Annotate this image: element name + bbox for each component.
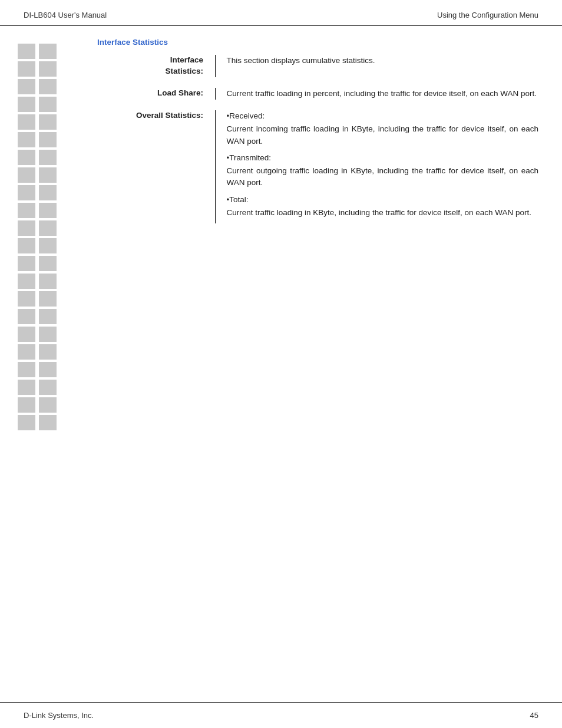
- page-footer: D-Link Systems, Inc. 45: [0, 702, 562, 728]
- sidebar-row: [18, 274, 91, 289]
- footer-right: 45: [530, 711, 538, 720]
- sidebar-row: [18, 415, 91, 430]
- content-area: Interface Statistics InterfaceStatistics…: [91, 38, 562, 433]
- term-interface-statistics: InterfaceStatistics:: [97, 55, 215, 77]
- gray-block: [39, 61, 57, 77]
- gray-block: [39, 167, 57, 183]
- sidebar-row: [18, 150, 91, 165]
- gray-block: [18, 97, 35, 112]
- gray-block: [18, 291, 35, 307]
- gray-block: [18, 185, 35, 200]
- bullet-transmited-label: •Transmited:: [227, 152, 539, 164]
- gray-block: [18, 380, 35, 395]
- gray-block: [18, 397, 35, 413]
- sidebar-row: [18, 114, 91, 130]
- sidebar-row: [18, 380, 91, 395]
- sidebar-row: [18, 79, 91, 94]
- definition-table: InterfaceStatistics: This section displa…: [97, 55, 538, 223]
- bullet-received-label: •Received:: [227, 110, 539, 122]
- gray-block: [18, 274, 35, 289]
- row-interface-statistics: InterfaceStatistics: This section displa…: [97, 55, 538, 77]
- sidebar-row: [18, 309, 91, 324]
- gray-block: [39, 44, 57, 59]
- gray-block: [39, 79, 57, 94]
- gray-block: [18, 114, 35, 130]
- bullet-total: •Total: Current traffic loading in KByte…: [227, 194, 539, 219]
- gray-block: [39, 97, 57, 112]
- gray-block: [39, 238, 57, 253]
- sidebar-row: [18, 61, 91, 77]
- gray-block: [18, 362, 35, 377]
- footer-left: D-Link Systems, Inc.: [24, 711, 94, 720]
- separator-1: [215, 55, 216, 77]
- sidebar-row: [18, 97, 91, 112]
- gray-block: [39, 220, 57, 236]
- sidebar: [0, 38, 91, 433]
- sidebar-row: [18, 344, 91, 360]
- gray-block: [39, 150, 57, 165]
- sidebar-row: [18, 256, 91, 271]
- gray-block: [39, 114, 57, 130]
- sidebar-row: [18, 44, 91, 59]
- term-load-share: Load Share:: [97, 88, 215, 100]
- row-load-share: Load Share: Current traffic loading in p…: [97, 88, 538, 100]
- sidebar-row: [18, 327, 91, 342]
- sidebar-row: [18, 185, 91, 200]
- gray-block: [18, 309, 35, 324]
- gray-block: [18, 203, 35, 218]
- sidebar-row: [18, 238, 91, 253]
- bullet-received-text: Current incoming traffic loading in KByt…: [227, 123, 539, 147]
- gray-block: [18, 44, 35, 59]
- sidebar-row: [18, 362, 91, 377]
- gray-block: [39, 344, 57, 360]
- term-overall-statistics: Overall Statistics:: [97, 110, 215, 223]
- bullet-total-label: •Total:: [227, 194, 539, 206]
- header-left: DI-LB604 User's Manual: [24, 11, 107, 19]
- gray-block: [18, 344, 35, 360]
- separator-3: [215, 110, 216, 223]
- gray-block: [39, 415, 57, 430]
- desc-overall-statistics: •Received: Current incoming traffic load…: [227, 110, 539, 223]
- sidebar-row: [18, 220, 91, 236]
- main-content: Interface Statistics InterfaceStatistics…: [0, 26, 562, 468]
- gray-block: [39, 185, 57, 200]
- gray-block: [39, 309, 57, 324]
- gray-block: [39, 274, 57, 289]
- separator-2: [215, 88, 216, 100]
- gray-block: [18, 150, 35, 165]
- gray-block: [18, 256, 35, 271]
- gray-block: [39, 380, 57, 395]
- gray-block: [39, 291, 57, 307]
- gray-block: [39, 256, 57, 271]
- gray-block: [18, 220, 35, 236]
- gray-block: [39, 132, 57, 147]
- sidebar-row: [18, 167, 91, 183]
- bullet-transmited-text: Current outgoing traffic loading in KByt…: [227, 165, 539, 189]
- gray-block: [18, 327, 35, 342]
- row-overall-statistics: Overall Statistics: •Received: Current i…: [97, 110, 538, 223]
- gray-block: [39, 203, 57, 218]
- gray-block: [39, 362, 57, 377]
- gray-block: [18, 132, 35, 147]
- desc-load-share: Current traffic loading in percent, incl…: [227, 88, 539, 100]
- sidebar-row: [18, 132, 91, 147]
- section-title: Interface Statistics: [97, 38, 538, 47]
- page-header: DI-LB604 User's Manual Using the Configu…: [0, 0, 562, 26]
- sidebar-row: [18, 203, 91, 218]
- bullet-total-text: Current traffic loading in KByte, includ…: [227, 207, 539, 219]
- gray-block: [39, 327, 57, 342]
- gray-block: [18, 415, 35, 430]
- header-right: Using the Configuration Menu: [437, 11, 538, 19]
- gray-block: [18, 238, 35, 253]
- gray-block: [18, 79, 35, 94]
- sidebar-row: [18, 397, 91, 413]
- gray-block: [18, 167, 35, 183]
- sidebar-row: [18, 291, 91, 307]
- gray-block: [39, 397, 57, 413]
- gray-block: [18, 61, 35, 77]
- desc-interface-statistics: This section displays cumulative statist…: [227, 55, 539, 77]
- bullet-transmited: •Transmited: Current outgoing traffic lo…: [227, 152, 539, 189]
- bullet-received: •Received: Current incoming traffic load…: [227, 110, 539, 147]
